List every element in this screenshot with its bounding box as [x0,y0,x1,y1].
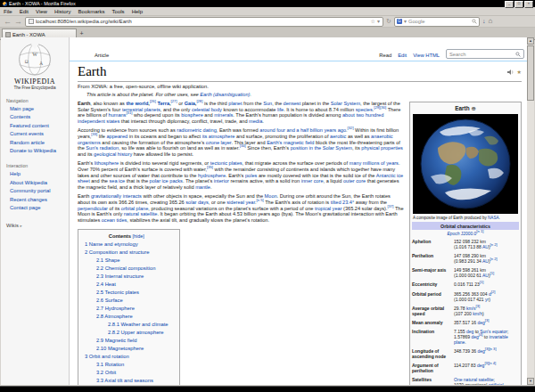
sidebar-item-community-portal[interactable]: Community portal [6,187,69,195]
wiki-link[interactable]: poles [245,173,257,178]
toc-link[interactable]: 2.8 Atmosphere [96,314,133,319]
wiki-link[interactable]: celestial body [192,107,222,112]
wiki-link[interactable]: sidereal year [226,200,255,205]
toc-link[interactable]: 2.3 Internal structure [96,274,144,279]
wiki-link[interactable]: tectonic plates [210,160,243,166]
wiki-link[interactable]: tropical year [315,206,342,211]
close-button[interactable]: × [524,1,533,8]
reference-link[interactable]: [29][30] [374,105,386,110]
wiki-link[interactable]: Earth's magnetic field [267,140,314,145]
reference-link[interactable]: [27] [171,99,177,103]
url-dropdown-icon[interactable]: ▾ [377,19,380,24]
search-engine-label[interactable]: Google [408,19,470,24]
wiki-link[interactable]: ozone layer [206,140,232,145]
new-tab-button[interactable]: + [77,29,86,37]
wiki-link[interactable]: radiometric dating [177,127,216,133]
wiki-search-magnifier-icon[interactable] [515,52,521,57]
toc-link[interactable]: 2.1 Shape [96,257,119,263]
wiki-link[interactable]: Terra [157,101,169,106]
wiki-link[interactable]: around four and a half billion years ago [259,127,346,133]
menu-bookmarks[interactable]: Bookmarks [78,9,105,14]
wiki-link[interactable]: gravitationally interacts [91,193,142,199]
toc-link[interactable]: 2 Composition and structure [85,249,150,255]
back-icon[interactable]: ← [4,18,12,26]
reference-link[interactable]: [34] [240,143,246,148]
wiki-link[interactable]: the world [126,101,148,106]
wiki-link[interactable]: physical properties [361,145,403,151]
menu-view[interactable]: View [36,9,47,14]
toc-link[interactable]: 3 Orbit and rotation [85,354,129,359]
wiki-link[interactable]: km/h [473,311,482,316]
wiki-link[interactable]: position in the Solar System [291,145,352,151]
wiki-link[interactable]: AU [482,244,489,249]
wiki-link[interactable]: its atmosphere [202,134,235,139]
toc-link[interactable]: 1 Name and etymology [85,241,138,247]
wiki-link[interactable]: interior [214,178,229,184]
browser-search-box[interactable]: G ▾ Google [394,17,480,27]
wiki-link[interactable]: inner core [301,178,324,184]
wiki-link[interactable]: deg [471,334,478,339]
tab-view-html[interactable]: View HTML [413,53,440,58]
toc-link[interactable]: 2.2 Chemical composition [96,265,155,271]
wiki-link[interactable]: Moon [265,193,277,199]
wiki-link[interactable]: solar days [185,200,209,205]
toc-link[interactable]: 2.8.1 Weather and climate [108,322,169,327]
wiki-link[interactable]: geological history [94,151,132,157]
wiki-link[interactable]: media [249,118,262,124]
wiki-link[interactable]: mantle [195,184,210,190]
reference-link[interactable]: [1] [490,272,495,276]
reference-link[interactable]: [3] [475,304,480,308]
reload-icon[interactable]: ↻ [386,19,391,24]
reference-link[interactable]: [n 2] [490,257,498,261]
url-text[interactable]: localhost:8080/en.wikipedia.org/wiki/Ear… [36,19,369,24]
wiki-link[interactable]: perpendicular [78,206,108,211]
wiki-link[interactable]: outer core [343,178,366,184]
sidebar-item-main-page[interactable]: Main page [6,105,69,113]
search-magnifier-icon[interactable] [472,19,477,24]
vertical-scrollbar[interactable]: ▲ ▼ [526,37,534,385]
sidebar-item-random-article[interactable]: Random article [6,139,69,147]
menu-file[interactable]: File [4,9,12,14]
wiki-link[interactable]: sea ice [109,178,125,184]
wiki-link[interactable]: deg [477,320,484,325]
wiki-link[interactable]: humans [109,112,127,118]
toc-link[interactable]: 3.1 Rotation [96,362,124,367]
menu-edit[interactable]: Edit [20,9,29,14]
sidebar-item-featured-content[interactable]: Featured content [6,122,69,130]
earth-photo[interactable] [413,114,518,214]
url-bar[interactable]: localhost:8080/en.wikipedia.org/wiki/Ear… [25,17,383,27]
reference-link[interactable]: [n 1] [476,230,483,234]
reference-link[interactable]: [3] [485,318,490,323]
reference-link[interactable]: [35] [207,165,213,169]
sidebar-item-help[interactable]: Help [6,170,69,178]
maximize-button[interactable]: □ [514,1,523,8]
toc-link[interactable]: 2.8.2 Upper atmosphere [108,330,164,335]
engine-dropdown-icon[interactable]: ▾ [404,19,407,24]
tab-article[interactable]: Article [95,53,109,58]
forward-icon[interactable]: → [14,18,22,26]
toc-link[interactable]: 3.2 Orbit [96,370,116,375]
wiki-link[interactable]: orbital plane [121,206,148,211]
reference-link[interactable]: [2] [491,290,496,294]
wiki-link[interactable]: NASA [488,216,499,220]
wiki-link[interactable]: Sun [263,101,272,106]
menu-tools[interactable]: Tools [112,9,125,14]
wiki-link[interactable]: J2000.0 [461,232,476,236]
wiki-link[interactable]: Earth (disambiguation) [200,92,250,97]
sidebar-item-contents[interactable]: Contents [6,113,69,121]
wiki-link[interactable]: densest [284,101,301,106]
tab-edit[interactable]: Edit [398,53,407,58]
wiki-link[interactable]: ocean tides [102,217,128,223]
toc-link[interactable]: 2.7 Hydrosphere [96,306,135,311]
toc-link[interactable]: 2.6 Surface [96,298,123,303]
wiki-link[interactable]: minerals [214,112,233,118]
wiki-link[interactable]: deg [477,348,484,354]
wiki-link[interactable]: hydrosphere [198,173,226,178]
wiki-link[interactable]: AU [482,258,489,264]
sidebar-item-donate-to-wikipedia[interactable]: Donate to Wikipedia [6,147,69,155]
wiki-link[interactable]: lithosphere [95,160,119,166]
toc-link[interactable]: 2.5 Tectonic plates [96,290,139,295]
reference-link[interactable]: [n 5] [257,198,264,202]
sidebar-item-about-wikipedia[interactable]: About Wikipedia [6,179,69,187]
reference-link[interactable]: [37] [388,204,394,208]
